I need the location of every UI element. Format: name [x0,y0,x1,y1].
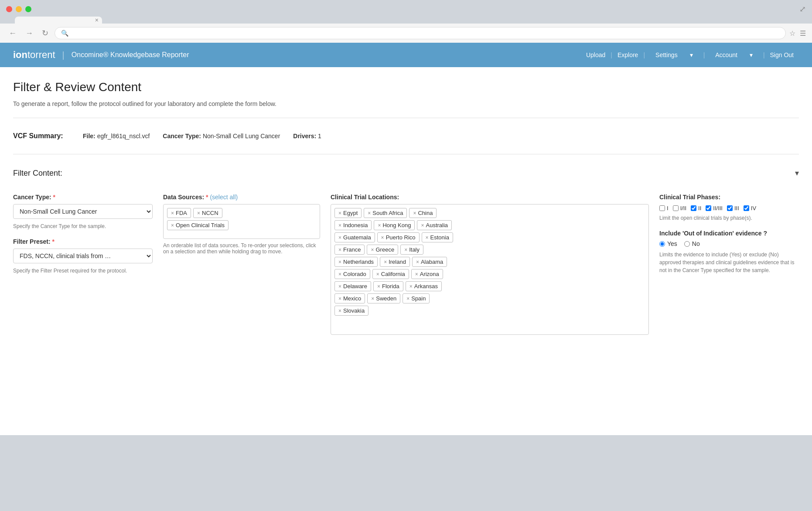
location-tag-remove[interactable]: × [377,283,380,290]
location-tag[interactable]: ×France [334,245,365,255]
location-tag[interactable]: ×Australia [417,220,452,230]
location-tag-remove[interactable]: × [338,296,341,302]
tag-oct-remove[interactable]: × [171,222,174,228]
phase-checkbox-phase-ii[interactable] [691,205,696,211]
location-tag-label: Puerto Rico [386,234,416,241]
nav-explore[interactable]: Explore [612,51,643,58]
filter-section-title: Filter Content: [13,169,62,178]
location-tag-label: Greece [376,246,395,253]
location-tag[interactable]: ×Egypt [334,208,362,218]
location-tag[interactable]: ×Mexico [334,293,365,303]
location-tag[interactable]: ×California [372,269,409,279]
refresh-button[interactable]: ↻ [39,27,51,39]
phases-label: Clinical Trial Phases: [659,194,799,201]
location-tag-label: Netherlands [343,259,374,265]
location-tag-remove[interactable]: × [378,222,381,228]
location-tag-remove[interactable]: × [371,247,374,253]
location-tag[interactable]: ×Spain [403,293,430,303]
cancer-type-select[interactable]: Non-Small Cell Lung Cancer [13,204,153,219]
menu-icon[interactable]: ☰ [800,29,806,37]
location-tag[interactable]: ×Delaware [334,281,371,291]
location-tag-remove[interactable]: × [371,296,374,302]
back-button[interactable]: ← [6,28,19,39]
tag-oct[interactable]: × Open Clinical Trials [167,220,229,230]
location-tag-remove[interactable]: × [406,296,409,302]
nav-settings[interactable]: Settings ▾ [645,51,703,58]
location-tag[interactable]: ×Slovakia [334,306,368,316]
location-tag-remove[interactable]: × [413,210,416,216]
tag-nccn-remove[interactable]: × [197,210,200,216]
tag-fda[interactable]: × FDA [167,208,191,218]
vcf-summary-label: VCF Summary: [13,132,83,140]
location-tag-remove[interactable]: × [376,271,379,277]
location-tag[interactable]: ×Arkansas [406,281,442,291]
location-tag-remove[interactable]: × [338,247,341,253]
nav-signout[interactable]: Sign Out [765,51,799,58]
expand-icon[interactable]: ⤢ [799,4,806,14]
cancer-type-label: Cancer Type: * [13,194,153,201]
location-tag[interactable]: ×Arizona [411,269,443,279]
location-tag[interactable]: ×Hong Kong [374,220,415,230]
divider-1 [13,118,799,118]
location-tag[interactable]: ×Colorado [334,269,370,279]
forward-button[interactable]: → [23,28,36,39]
location-tag-remove[interactable]: × [338,308,341,314]
location-tag[interactable]: ×Ireland [380,257,410,267]
phase-checkbox-phase-ii-iii[interactable] [706,205,711,211]
phase-checkbox-phase-i[interactable] [659,205,665,211]
filter-preset-select[interactable]: FDS, NCCN, clinical trials from … [13,249,153,263]
select-all-link[interactable]: (select all) [210,194,238,201]
location-tag-remove[interactable]: × [338,210,341,216]
address-input[interactable] [72,30,779,37]
location-tag[interactable]: ×Alabama [412,257,447,267]
tab-close-button[interactable]: × [95,17,99,24]
location-tag[interactable]: ×Puerto Rico [377,232,420,242]
close-dot[interactable] [6,6,12,12]
address-bar[interactable]: 🔍 [55,27,786,39]
location-tag-remove[interactable]: × [409,283,413,290]
filter-section-header[interactable]: Filter Content: ▾ [13,161,799,185]
location-tag-remove[interactable]: × [381,235,384,241]
location-tag-remove[interactable]: × [421,222,424,228]
phase-checkbox-phase-iii[interactable] [727,205,733,211]
vcf-cancer-type-value: Non-Small Cell Lung Cancer [203,133,280,140]
oi-no-radio[interactable]: No [684,240,700,247]
location-tag[interactable]: ×Estonia [422,232,453,242]
location-tag[interactable]: ×Sweden [367,293,400,303]
bookmark-icon[interactable]: ☆ [789,29,795,37]
location-tag-remove[interactable]: × [338,235,341,241]
location-tag-remove[interactable]: × [338,283,341,290]
location-tag-remove[interactable]: × [338,222,341,228]
location-tag-remove[interactable]: × [368,210,371,216]
browser-tab[interactable]: × [15,17,102,24]
location-tag-remove[interactable]: × [404,247,407,253]
oi-hint: Limits the evidence to include (Yes) or … [659,251,799,274]
nav-account[interactable]: Account ▾ [705,51,763,58]
location-tag-remove[interactable]: × [426,235,429,241]
location-tag[interactable]: ×Indonesia [334,220,372,230]
location-tag-label: Arizona [420,271,439,277]
oi-yes-input[interactable] [659,241,665,247]
location-tag[interactable]: ×South Africa [364,208,407,218]
location-tag[interactable]: ×Greece [367,245,398,255]
location-tag[interactable]: ×Italy [400,245,423,255]
oi-yes-radio[interactable]: Yes [659,240,677,247]
location-tag-remove[interactable]: × [416,259,419,265]
phases-checkboxes: II/IIIIII/IIIIIIIV [659,205,799,211]
maximize-dot[interactable] [25,6,31,12]
location-tag-remove[interactable]: × [338,259,341,265]
tag-fda-remove[interactable]: × [171,210,174,216]
phase-checkbox-phase-iv[interactable] [744,205,749,211]
minimize-dot[interactable] [16,6,22,12]
phase-checkbox-phase-i-ii[interactable] [673,205,679,211]
location-tag-remove[interactable]: × [384,259,387,265]
location-tag[interactable]: ×Netherlands [334,257,378,267]
location-tag-remove[interactable]: × [338,271,341,277]
location-tag[interactable]: ×Florida [373,281,403,291]
location-tag[interactable]: ×Guatemala [334,232,375,242]
nav-upload[interactable]: Upload [581,51,611,58]
oi-no-input[interactable] [684,241,690,247]
tag-nccn[interactable]: × NCCN [193,208,222,218]
location-tag-remove[interactable]: × [415,271,418,277]
location-tag[interactable]: ×China [409,208,437,218]
